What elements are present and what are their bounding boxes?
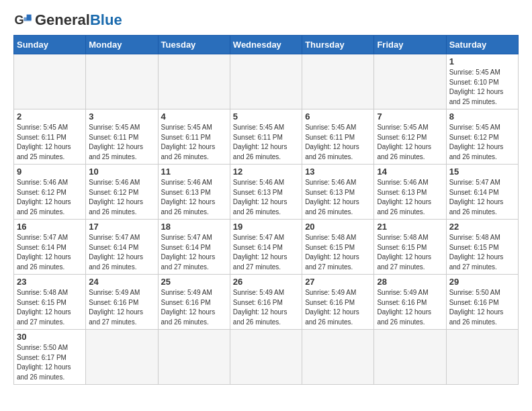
calendar-table: SundayMondayTuesdayWednesdayThursdayFrid… <box>13 35 519 385</box>
day-number: 30 <box>17 332 83 342</box>
calendar-cell: 3Sunrise: 5:45 AM Sunset: 6:11 PM Daylig… <box>86 109 158 165</box>
day-info: Sunrise: 5:49 AM Sunset: 6:16 PM Dayligh… <box>305 288 371 327</box>
day-info: Sunrise: 5:46 AM Sunset: 6:13 PM Dayligh… <box>161 178 227 217</box>
day-info: Sunrise: 5:49 AM Sunset: 6:16 PM Dayligh… <box>377 288 443 327</box>
page-header: G GeneralBlue <box>13 11 519 30</box>
day-info: Sunrise: 5:49 AM Sunset: 6:16 PM Dayligh… <box>89 288 154 327</box>
day-number: 28 <box>377 277 443 287</box>
day-info: Sunrise: 5:45 AM Sunset: 6:11 PM Dayligh… <box>161 123 227 162</box>
day-info: Sunrise: 5:47 AM Sunset: 6:14 PM Dayligh… <box>161 233 227 272</box>
day-number: 18 <box>161 222 227 232</box>
calendar-cell <box>446 330 518 385</box>
calendar-cell: 17Sunrise: 5:47 AM Sunset: 6:14 PM Dayli… <box>86 220 158 275</box>
logo-text: GeneralBlue <box>35 13 122 28</box>
calendar-cell <box>86 54 158 109</box>
calendar-week-row: 9Sunrise: 5:46 AM Sunset: 6:12 PM Daylig… <box>14 165 519 220</box>
logo: G GeneralBlue <box>13 11 122 30</box>
calendar-cell: 21Sunrise: 5:48 AM Sunset: 6:15 PM Dayli… <box>374 220 446 275</box>
day-number: 8 <box>449 111 515 122</box>
calendar-cell: 7Sunrise: 5:45 AM Sunset: 6:12 PM Daylig… <box>374 109 446 165</box>
logo-icon: G <box>13 11 32 30</box>
day-number: 25 <box>161 277 227 287</box>
day-info: Sunrise: 5:45 AM Sunset: 6:12 PM Dayligh… <box>449 123 515 162</box>
calendar-cell: 13Sunrise: 5:46 AM Sunset: 6:13 PM Dayli… <box>302 165 374 220</box>
calendar-cell <box>302 54 374 109</box>
calendar-cell <box>158 330 230 385</box>
calendar-week-row: 2Sunrise: 5:45 AM Sunset: 6:11 PM Daylig… <box>14 109 519 165</box>
calendar-week-row: 16Sunrise: 5:47 AM Sunset: 6:14 PM Dayli… <box>14 220 519 275</box>
day-info: Sunrise: 5:47 AM Sunset: 6:14 PM Dayligh… <box>17 233 83 272</box>
day-info: Sunrise: 5:46 AM Sunset: 6:13 PM Dayligh… <box>377 178 443 217</box>
day-number: 27 <box>305 277 371 287</box>
calendar-cell: 20Sunrise: 5:48 AM Sunset: 6:15 PM Dayli… <box>302 220 374 275</box>
calendar-cell: 5Sunrise: 5:45 AM Sunset: 6:11 PM Daylig… <box>230 109 302 165</box>
day-info: Sunrise: 5:47 AM Sunset: 6:14 PM Dayligh… <box>89 233 154 272</box>
day-info: Sunrise: 5:45 AM Sunset: 6:11 PM Dayligh… <box>17 123 83 162</box>
calendar-cell: 26Sunrise: 5:49 AM Sunset: 6:16 PM Dayli… <box>230 275 302 330</box>
day-info: Sunrise: 5:46 AM Sunset: 6:12 PM Dayligh… <box>17 178 83 217</box>
day-number: 21 <box>377 222 443 232</box>
calendar-cell <box>374 330 446 385</box>
day-info: Sunrise: 5:48 AM Sunset: 6:15 PM Dayligh… <box>305 233 371 272</box>
calendar-cell: 9Sunrise: 5:46 AM Sunset: 6:12 PM Daylig… <box>14 165 86 220</box>
calendar-cell <box>158 54 230 109</box>
day-info: Sunrise: 5:49 AM Sunset: 6:16 PM Dayligh… <box>233 288 299 327</box>
day-info: Sunrise: 5:47 AM Sunset: 6:14 PM Dayligh… <box>449 178 515 217</box>
day-info: Sunrise: 5:48 AM Sunset: 6:15 PM Dayligh… <box>449 233 515 272</box>
calendar-cell <box>230 54 302 109</box>
day-number: 6 <box>305 111 371 122</box>
calendar-cell: 1Sunrise: 5:45 AM Sunset: 6:10 PM Daylig… <box>446 54 518 109</box>
calendar-cell: 16Sunrise: 5:47 AM Sunset: 6:14 PM Dayli… <box>14 220 86 275</box>
day-info: Sunrise: 5:45 AM Sunset: 6:11 PM Dayligh… <box>233 123 299 162</box>
calendar-cell <box>230 330 302 385</box>
calendar-cell <box>14 54 86 109</box>
calendar-cell: 28Sunrise: 5:49 AM Sunset: 6:16 PM Dayli… <box>374 275 446 330</box>
calendar-cell: 29Sunrise: 5:50 AM Sunset: 6:16 PM Dayli… <box>446 275 518 330</box>
svg-marker-2 <box>24 17 31 21</box>
day-number: 26 <box>233 277 299 287</box>
calendar-week-row: 23Sunrise: 5:48 AM Sunset: 6:15 PM Dayli… <box>14 275 519 330</box>
day-number: 11 <box>161 167 227 177</box>
day-number: 10 <box>89 167 154 177</box>
day-number: 24 <box>89 277 154 287</box>
day-info: Sunrise: 5:46 AM Sunset: 6:13 PM Dayligh… <box>233 178 299 217</box>
calendar-cell: 24Sunrise: 5:49 AM Sunset: 6:16 PM Dayli… <box>86 275 158 330</box>
day-number: 23 <box>17 277 83 287</box>
day-info: Sunrise: 5:48 AM Sunset: 6:15 PM Dayligh… <box>377 233 443 272</box>
calendar-cell: 30Sunrise: 5:50 AM Sunset: 6:17 PM Dayli… <box>14 330 86 385</box>
calendar-cell: 4Sunrise: 5:45 AM Sunset: 6:11 PM Daylig… <box>158 109 230 165</box>
day-info: Sunrise: 5:50 AM Sunset: 6:17 PM Dayligh… <box>17 343 83 382</box>
day-number: 14 <box>377 167 443 177</box>
day-number: 22 <box>449 222 515 232</box>
day-number: 12 <box>233 167 299 177</box>
weekday-header-saturday: Saturday <box>446 36 518 54</box>
calendar-cell: 2Sunrise: 5:45 AM Sunset: 6:11 PM Daylig… <box>14 109 86 165</box>
day-number: 29 <box>449 277 515 287</box>
day-number: 9 <box>17 167 83 177</box>
calendar-cell: 25Sunrise: 5:49 AM Sunset: 6:16 PM Dayli… <box>158 275 230 330</box>
calendar-cell: 8Sunrise: 5:45 AM Sunset: 6:12 PM Daylig… <box>446 109 518 165</box>
weekday-header-tuesday: Tuesday <box>158 36 230 54</box>
calendar-cell: 19Sunrise: 5:47 AM Sunset: 6:14 PM Dayli… <box>230 220 302 275</box>
day-number: 3 <box>89 111 154 122</box>
weekday-header-thursday: Thursday <box>302 36 374 54</box>
day-info: Sunrise: 5:45 AM Sunset: 6:10 PM Dayligh… <box>449 68 515 107</box>
svg-text:G: G <box>14 13 24 27</box>
day-info: Sunrise: 5:47 AM Sunset: 6:14 PM Dayligh… <box>233 233 299 272</box>
day-info: Sunrise: 5:45 AM Sunset: 6:12 PM Dayligh… <box>377 123 443 162</box>
day-number: 17 <box>89 222 154 232</box>
calendar-cell: 11Sunrise: 5:46 AM Sunset: 6:13 PM Dayli… <box>158 165 230 220</box>
day-number: 20 <box>305 222 371 232</box>
day-number: 19 <box>233 222 299 232</box>
day-number: 7 <box>377 111 443 122</box>
calendar-cell: 15Sunrise: 5:47 AM Sunset: 6:14 PM Dayli… <box>446 165 518 220</box>
day-info: Sunrise: 5:48 AM Sunset: 6:15 PM Dayligh… <box>17 288 83 327</box>
day-info: Sunrise: 5:46 AM Sunset: 6:12 PM Dayligh… <box>89 178 154 217</box>
day-number: 13 <box>305 167 371 177</box>
calendar-cell: 10Sunrise: 5:46 AM Sunset: 6:12 PM Dayli… <box>86 165 158 220</box>
weekday-header-friday: Friday <box>374 36 446 54</box>
day-number: 2 <box>17 111 83 122</box>
calendar-cell: 23Sunrise: 5:48 AM Sunset: 6:15 PM Dayli… <box>14 275 86 330</box>
calendar-cell: 22Sunrise: 5:48 AM Sunset: 6:15 PM Dayli… <box>446 220 518 275</box>
calendar-cell: 18Sunrise: 5:47 AM Sunset: 6:14 PM Dayli… <box>158 220 230 275</box>
